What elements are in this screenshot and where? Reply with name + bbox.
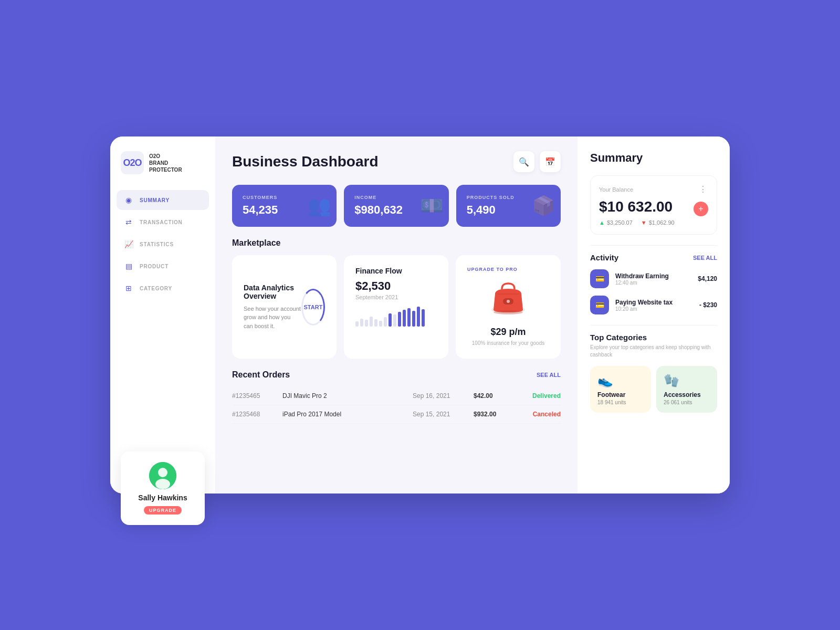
sidebar: O2O O2O BRAND PROTECTOR ◉ SUMMARY ⇄ TRAN… bbox=[110, 136, 215, 494]
statistics-icon: 📈 bbox=[124, 239, 133, 249]
category-card-accessories[interactable]: 🧤 Accessories 26 061 units bbox=[656, 366, 717, 413]
logo-text: O2O BRAND PROTECTOR bbox=[149, 153, 182, 173]
order-amount: $932.00 bbox=[474, 411, 510, 418]
stat-card-customers: CUSTOMERS 54,235 👥 bbox=[232, 185, 337, 227]
balance-row: $10 632.00 + bbox=[599, 198, 708, 219]
analytics-card-title: Data Analytics Overview bbox=[244, 284, 301, 300]
search-button[interactable]: 🔍 bbox=[513, 151, 534, 172]
finance-value: $2,530 bbox=[355, 279, 437, 293]
tax-icon: 💳 bbox=[590, 296, 609, 314]
product-image bbox=[487, 278, 529, 321]
chart-bar bbox=[417, 307, 420, 327]
down-arrow-icon: ▼ bbox=[641, 219, 647, 226]
chart-bar bbox=[412, 311, 415, 327]
chart-bar bbox=[388, 313, 392, 327]
sidebar-item-product[interactable]: ▤ PRODUCT bbox=[117, 256, 209, 276]
orders-list: #1235465 DJI Mavic Pro 2 Sep 16, 2021 $4… bbox=[232, 387, 561, 424]
analytics-card-desc: See how your account grow and how you ca… bbox=[244, 304, 301, 331]
table-row[interactable]: #1235468 iPad Pro 2017 Model Sep 15, 202… bbox=[232, 405, 561, 424]
logo-icon: O2O bbox=[121, 151, 144, 174]
summary-title: Summary bbox=[590, 151, 717, 165]
chart-bar bbox=[407, 308, 411, 327]
activity-amount: $4,120 bbox=[698, 275, 717, 282]
orders-title: Recent Orders bbox=[232, 370, 290, 380]
order-date: Sep 15, 2021 bbox=[413, 411, 465, 418]
product-icon: ▤ bbox=[124, 261, 133, 271]
withdraw-icon: 💳 bbox=[590, 269, 609, 288]
footwear-icon: 👟 bbox=[597, 373, 644, 388]
order-status: Delivered bbox=[519, 392, 561, 400]
stat-cards: CUSTOMERS 54,235 👥 INCOME $980,632 💵 PRO… bbox=[232, 185, 561, 227]
balance-amount: $10 632.00 bbox=[599, 198, 673, 215]
avatar bbox=[149, 462, 176, 489]
svg-point-2 bbox=[155, 479, 170, 489]
finance-date: September 2021 bbox=[355, 294, 437, 300]
up-arrow-icon: ▲ bbox=[599, 219, 605, 226]
activity-item-tax: 💳 Paying Website tax 10:20 am - $230 bbox=[590, 296, 717, 314]
upgrade-badge[interactable]: UPGRADE bbox=[144, 506, 182, 514]
activity-time: 12:40 am bbox=[615, 280, 691, 286]
chart-bar bbox=[370, 317, 373, 327]
order-id: #1235465 bbox=[232, 392, 274, 400]
order-amount: $42.00 bbox=[474, 392, 510, 400]
stat-value: 54,235 bbox=[243, 203, 278, 217]
balance-up-stat: ▲ $3,250.07 bbox=[599, 219, 633, 226]
balance-header: Your Balance ⋮ bbox=[599, 184, 708, 194]
analytics-card: Data Analytics Overview See how your acc… bbox=[232, 255, 337, 359]
orders-see-all[interactable]: SEE ALL bbox=[537, 372, 561, 378]
table-row[interactable]: #1235465 DJI Mavic Pro 2 Sep 16, 2021 $4… bbox=[232, 387, 561, 405]
activity-info: Withdraw Earning 12:40 am bbox=[615, 272, 691, 286]
balance-stats: ▲ $3,250.07 ▼ $1,062.90 bbox=[599, 219, 708, 226]
accessories-icon: 🧤 bbox=[664, 373, 710, 388]
footwear-name: Footwear bbox=[597, 391, 644, 398]
balance-menu[interactable]: ⋮ bbox=[699, 184, 708, 194]
marketplace-cards: Data Analytics Overview See how your acc… bbox=[232, 255, 561, 359]
main-content: Business Dashboard 🔍 📅 CUSTOMERS 54,235 … bbox=[215, 136, 578, 494]
start-button[interactable]: START bbox=[301, 289, 325, 326]
sidebar-item-summary[interactable]: ◉ SUMMARY bbox=[117, 190, 209, 210]
dashboard-container: O2O O2O BRAND PROTECTOR ◉ SUMMARY ⇄ TRAN… bbox=[110, 136, 730, 494]
sidebar-item-statistics[interactable]: 📈 STATISTICS bbox=[117, 234, 209, 254]
sidebar-item-category[interactable]: ⊞ CATEGORY bbox=[117, 278, 209, 298]
orders-header: Recent Orders SEE ALL bbox=[232, 370, 561, 380]
order-id: #1235468 bbox=[232, 411, 274, 418]
balance-label: Your Balance bbox=[599, 186, 633, 193]
categories-desc: Explore your top categories and keep sho… bbox=[590, 344, 717, 359]
accessories-name: Accessories bbox=[664, 391, 710, 398]
divider bbox=[590, 245, 717, 246]
calendar-button[interactable]: 📅 bbox=[540, 151, 561, 172]
upgrade-desc: 100% insurance for your goods bbox=[472, 340, 544, 347]
activity-see-all[interactable]: SEE ALL bbox=[693, 255, 717, 261]
chart-bar bbox=[379, 321, 382, 327]
chart-bar bbox=[365, 320, 368, 327]
activity-header: Activity SEE ALL bbox=[590, 253, 717, 262]
customers-illustration: 👥 bbox=[308, 195, 331, 217]
chart-bar bbox=[403, 310, 406, 327]
svg-point-6 bbox=[494, 310, 523, 314]
order-date: Sep 16, 2021 bbox=[413, 392, 465, 400]
chart-bar bbox=[393, 314, 396, 327]
activity-time: 10:20 am bbox=[615, 306, 693, 312]
stat-label: INCOME bbox=[354, 195, 403, 200]
stat-card-products: PRODUCTS SOLD 5,490 📦 bbox=[456, 185, 561, 227]
category-icon: ⊞ bbox=[124, 284, 133, 293]
finance-card: Finance Flow $2,530 September 2021 bbox=[344, 255, 448, 359]
add-balance-button[interactable]: + bbox=[694, 202, 708, 216]
activity-amount: - $230 bbox=[699, 301, 717, 309]
stat-info-customers: CUSTOMERS 54,235 bbox=[243, 195, 278, 217]
category-card-footwear[interactable]: 👟 Footwear 18 941 units bbox=[590, 366, 651, 413]
stat-value: 5,490 bbox=[467, 203, 514, 217]
chart-bar bbox=[398, 312, 401, 327]
user-name: Sally Hawkins bbox=[138, 494, 187, 502]
sidebar-item-label: SUMMARY bbox=[140, 197, 170, 203]
analytics-text: Data Analytics Overview See how your acc… bbox=[244, 284, 301, 331]
stat-value: $980,632 bbox=[354, 203, 403, 217]
activity-title: Activity bbox=[590, 253, 618, 262]
nav-items: ◉ SUMMARY ⇄ TRANSACTION 📈 STATISTICS ▤ P… bbox=[110, 190, 215, 479]
avatar-image bbox=[149, 462, 176, 489]
sidebar-item-transaction[interactable]: ⇄ TRANSACTION bbox=[117, 212, 209, 232]
products-illustration: 📦 bbox=[532, 195, 555, 217]
sidebar-item-label: CATEGORY bbox=[140, 286, 172, 291]
chart-bar bbox=[374, 319, 377, 327]
accessories-units: 26 061 units bbox=[664, 400, 710, 405]
